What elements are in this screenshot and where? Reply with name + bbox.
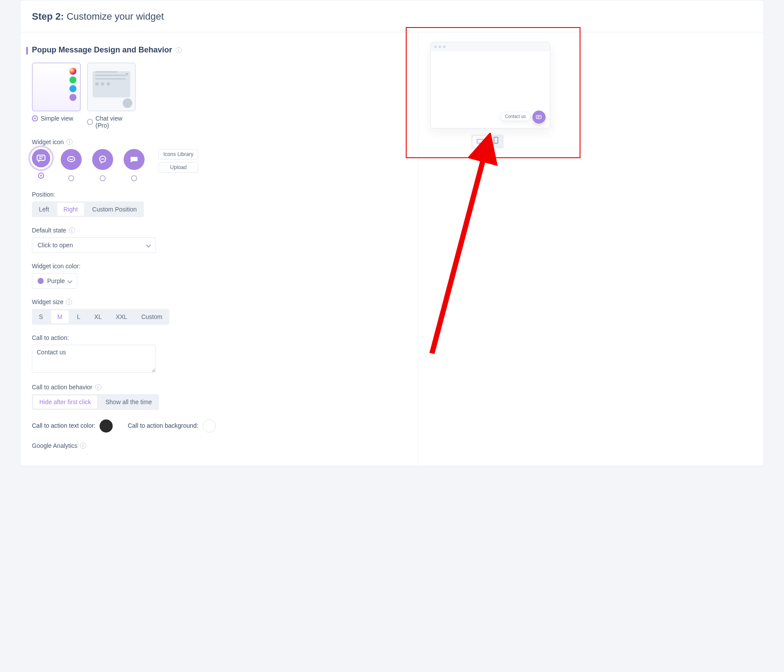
size-custom[interactable]: Custom: [134, 309, 169, 325]
cta-hide-button[interactable]: Hide after first click: [33, 395, 97, 409]
chevron-down-icon: [146, 242, 151, 247]
label-simple-view: Simple view: [41, 115, 73, 122]
svg-line-15: [432, 147, 487, 353]
radio-icon-2[interactable]: [68, 175, 74, 181]
preview-browser: Contact us: [430, 42, 550, 128]
radio-icon-3[interactable]: [100, 175, 106, 181]
svg-point-14: [496, 142, 496, 142]
svg-point-7: [104, 159, 104, 159]
device-toggle: [471, 135, 504, 149]
radio-icon-1[interactable]: [38, 173, 44, 179]
position-segment: Left Right Custom Position: [32, 201, 144, 217]
widget-icon-label: Widget icon: [32, 139, 64, 145]
step-subtitle: Customize your widget: [66, 11, 164, 22]
svg-rect-11: [477, 139, 483, 143]
section-header: Popup Message Design and Behavior i: [27, 45, 405, 55]
cta-text-color-swatch[interactable]: [100, 419, 113, 433]
info-icon[interactable]: i: [66, 299, 72, 305]
settings-card: Step 2: Customize your widget Popup Mess…: [20, 0, 764, 466]
info-icon[interactable]: i: [176, 47, 182, 53]
default-state-value: Click to open: [38, 242, 73, 249]
mobile-icon: [494, 137, 498, 144]
radio-simple-view[interactable]: [32, 115, 38, 121]
cta-behavior-segment: Hide after first click Show all the time: [32, 394, 159, 410]
preview-cta-bubble: Contact us: [500, 112, 531, 121]
icon-option-1[interactable]: [32, 149, 50, 179]
desktop-preview-button[interactable]: [473, 136, 487, 147]
info-icon[interactable]: i: [95, 384, 101, 390]
size-xl[interactable]: XL: [87, 309, 109, 325]
cta-label: Call to action:: [32, 334, 405, 341]
cta-behavior-label: Call to action behavior: [32, 384, 93, 391]
upload-button[interactable]: Upload: [159, 162, 198, 173]
cta-background-field: Call to action background:: [128, 419, 216, 433]
cta-background-swatch[interactable]: [203, 419, 216, 433]
icons-library-button[interactable]: Icons Library: [159, 149, 198, 159]
ga-label: Google Analytics: [32, 442, 77, 449]
widget-color-label: Widget icon color:: [32, 263, 405, 270]
annotation-arrow: [419, 133, 508, 356]
size-xxl[interactable]: XXL: [109, 309, 134, 325]
icon-option-2[interactable]: [61, 149, 82, 181]
step-title: Step 2: Customize your widget: [32, 11, 752, 22]
cta-show-button[interactable]: Show all the time: [98, 394, 159, 410]
widget-size-label: Widget size: [32, 298, 63, 305]
view-option-simple[interactable]: Simple view: [32, 62, 81, 129]
desktop-icon: [477, 139, 484, 145]
default-state-select[interactable]: Click to open: [32, 237, 156, 253]
whatsapp-icon: [69, 76, 76, 83]
mobile-preview-button[interactable]: [489, 135, 504, 146]
telegram-icon: [69, 85, 76, 92]
default-state-label: Default state: [32, 227, 66, 234]
chat-icon: [69, 94, 76, 101]
svg-point-6: [102, 159, 103, 159]
radio-chat-view[interactable]: [87, 119, 93, 125]
chevron-down-icon: [68, 278, 73, 283]
step-number: Step 2:: [32, 11, 64, 22]
radio-icon-4[interactable]: [131, 175, 137, 181]
card-header: Step 2: Customize your widget: [21, 0, 763, 32]
size-s[interactable]: S: [32, 309, 50, 325]
svg-point-5: [101, 159, 102, 159]
position-label: Position:: [32, 191, 405, 198]
view-option-chat[interactable]: Chat view (Pro): [87, 62, 136, 129]
cta-textarea[interactable]: [32, 345, 156, 373]
label-chat-view: Chat view (Pro): [96, 115, 136, 129]
svg-point-3: [68, 156, 75, 162]
widget-color-select[interactable]: Purple: [32, 273, 77, 289]
icon-option-4[interactable]: [124, 149, 145, 181]
cta-text-color-label: Call to action text color:: [32, 422, 96, 429]
info-icon[interactable]: i: [80, 443, 86, 449]
svg-rect-0: [37, 155, 45, 160]
color-swatch: [38, 278, 44, 284]
instagram-icon: [69, 68, 76, 75]
icon-option-3[interactable]: [92, 149, 113, 181]
svg-rect-8: [536, 115, 541, 119]
position-right[interactable]: Right: [57, 203, 84, 216]
cta-text-color-field: Call to action text color:: [32, 419, 113, 433]
preview-fab: [532, 111, 546, 124]
cta-background-label: Call to action background:: [128, 422, 198, 429]
browser-titlebar: [431, 42, 550, 51]
widget-size-segment: S M L XL XXL Custom: [32, 309, 169, 325]
widget-color-value: Purple: [47, 277, 65, 284]
info-icon[interactable]: i: [69, 227, 75, 233]
section-title: Popup Message Design and Behavior: [32, 45, 172, 55]
info-icon[interactable]: i: [66, 139, 73, 145]
size-l[interactable]: L: [70, 309, 87, 325]
position-custom[interactable]: Custom Position: [85, 201, 144, 217]
position-left[interactable]: Left: [32, 201, 56, 217]
size-m[interactable]: M: [51, 310, 69, 323]
